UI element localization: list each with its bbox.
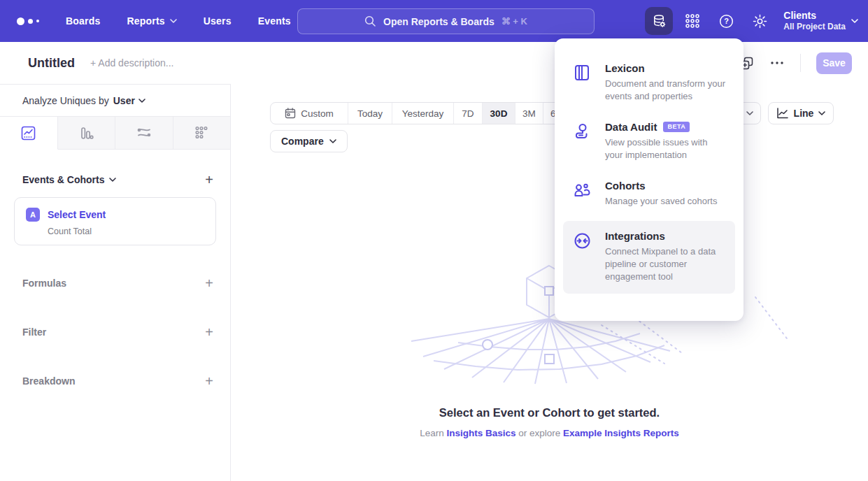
tab-metrics-grid[interactable] (173, 117, 231, 150)
project-selector[interactable]: Clients All Project Data (783, 10, 858, 33)
menu-item-description: Manage your saved cohorts (605, 195, 717, 208)
data-management-button[interactable] (645, 7, 673, 35)
nav-item-users[interactable]: Users (204, 15, 232, 27)
menu-item-data-audit[interactable]: Data Audit BETA View possible issues wit… (555, 112, 744, 171)
org-name: Clients (783, 10, 846, 22)
breakdown-label: Breakdown (22, 375, 75, 387)
query-builder-sidebar: Analyze Uniques by User (0, 84, 231, 481)
range-7d[interactable]: 7D (454, 103, 483, 124)
range-3m[interactable]: 3M (515, 103, 543, 124)
menu-item-description: Document and transform your events and p… (605, 78, 725, 103)
filter-section[interactable]: Filter + (22, 320, 213, 343)
report-title[interactable]: Untitled (28, 56, 75, 71)
global-search-button[interactable]: Open Reports & Boards ⌘ + K (297, 8, 595, 34)
range-custom[interactable]: Custom (271, 103, 348, 124)
events-cohorts-dropdown[interactable]: Events & Cohorts (22, 174, 116, 185)
chevron-down-icon (170, 19, 177, 23)
select-event-label[interactable]: Select Event (48, 209, 106, 220)
chevron-down-icon (329, 139, 336, 143)
chevron-down-icon (109, 178, 116, 182)
line-chart-icon (21, 126, 36, 141)
menu-item-cohorts[interactable]: Cohorts Manage your saved cohorts (555, 171, 744, 217)
menu-item-description: Connect Mixpanel to a data pipeline or c… (605, 245, 725, 283)
analyze-label: Analyze Uniques by (22, 95, 109, 106)
grid-dots-icon (194, 126, 208, 140)
apps-grid-button[interactable] (678, 7, 706, 35)
help-button[interactable]: ? (712, 7, 740, 35)
line-chart-icon (776, 108, 789, 119)
empty-state-hint: Learn Insights Basics or explore Example… (231, 428, 868, 438)
range-30d-selected[interactable]: 30D (483, 103, 515, 124)
menu-item-title: Cohorts (605, 180, 646, 192)
events-cohorts-label: Events & Cohorts (22, 174, 104, 185)
menu-item-description: View possible issues with your implement… (605, 136, 725, 161)
range-label: 30D (490, 108, 508, 119)
integrations-icon (572, 230, 592, 283)
range-label: 7D (462, 108, 474, 119)
analyze-value: User (113, 95, 135, 106)
menu-item-integrations[interactable]: Integrations Connect Mixpanel to a data … (563, 221, 735, 294)
lexicon-book-icon (572, 62, 592, 103)
chevron-down-icon (138, 99, 145, 103)
data-management-icon (651, 13, 667, 29)
chart-type-label: Line (794, 108, 814, 119)
data-audit-icon (572, 121, 592, 161)
add-filter-button[interactable]: + (205, 325, 213, 339)
range-today[interactable]: Today (348, 103, 392, 124)
compare-label: Compare (281, 136, 324, 147)
header-divider (800, 54, 801, 72)
project-name: All Project Data (783, 22, 846, 32)
nav-item-label: Events (258, 15, 291, 27)
nav-item-events[interactable]: Events (258, 15, 291, 27)
mixpanel-logo[interactable] (17, 17, 39, 25)
tab-bar-chart[interactable] (58, 117, 116, 150)
settings-button[interactable] (746, 7, 774, 35)
analyze-uniques-row: Analyze Uniques by User (0, 85, 230, 117)
chevron-down-icon (746, 111, 753, 115)
add-formula-button[interactable]: + (205, 276, 213, 290)
chevron-down-icon (818, 111, 825, 115)
add-event-button[interactable]: + (205, 173, 213, 187)
add-description-field[interactable]: + Add description... (90, 57, 173, 69)
tab-line-chart[interactable] (0, 117, 58, 150)
add-breakdown-button[interactable]: + (205, 374, 213, 388)
nav-item-reports[interactable]: Reports (127, 15, 176, 27)
range-label: Yesterday (402, 108, 444, 119)
menu-item-title: Data Audit (605, 121, 657, 133)
chart-type-tabs (0, 117, 230, 150)
nav-item-label: Users (204, 15, 232, 27)
save-button[interactable]: Save (816, 52, 852, 74)
mixpanel-insights-app: Boards Reports Users Events Open Reports… (0, 0, 868, 481)
settings-icon (752, 13, 768, 29)
range-label: 3M (522, 108, 536, 119)
range-label: Today (357, 108, 383, 119)
analyze-value-dropdown[interactable]: User (113, 95, 145, 106)
chart-type-dropdown[interactable]: Line (768, 102, 834, 124)
menu-item-lexicon[interactable]: Lexicon Document and transform your even… (555, 53, 744, 112)
insights-basics-link[interactable]: Insights Basics (446, 428, 515, 438)
range-yesterday[interactable]: Yesterday (392, 103, 454, 124)
nav-item-label: Reports (127, 15, 164, 27)
range-label: Custom (301, 108, 334, 119)
compare-button[interactable]: Compare (270, 130, 348, 152)
top-navbar: Boards Reports Users Events Open Reports… (0, 0, 868, 42)
breakdown-section[interactable]: Breakdown + (22, 369, 213, 392)
menu-item-title: Integrations (605, 230, 665, 242)
formulas-label: Formulas (22, 278, 66, 289)
nav-item-boards[interactable]: Boards (66, 15, 100, 27)
count-total-selector[interactable]: Count Total (48, 227, 204, 236)
events-cohorts-header: Events & Cohorts + (22, 173, 213, 187)
svg-text:?: ? (724, 17, 729, 25)
example-reports-link[interactable]: Example Insights Reports (563, 428, 679, 438)
formulas-section[interactable]: Formulas + (22, 271, 213, 294)
data-management-dropdown: Lexicon Document and transform your even… (555, 38, 744, 321)
tab-flow[interactable] (115, 117, 173, 150)
filter-label: Filter (22, 326, 46, 338)
search-placeholder: Open Reports & Boards (383, 16, 495, 27)
bar-chart-icon (79, 126, 94, 141)
more-options-icon[interactable] (769, 61, 785, 65)
beta-badge: BETA (663, 122, 690, 132)
event-card[interactable]: A Select Event Count Total (14, 197, 216, 245)
hint-prefix: Learn (420, 428, 444, 438)
help-icon: ? (718, 13, 734, 29)
